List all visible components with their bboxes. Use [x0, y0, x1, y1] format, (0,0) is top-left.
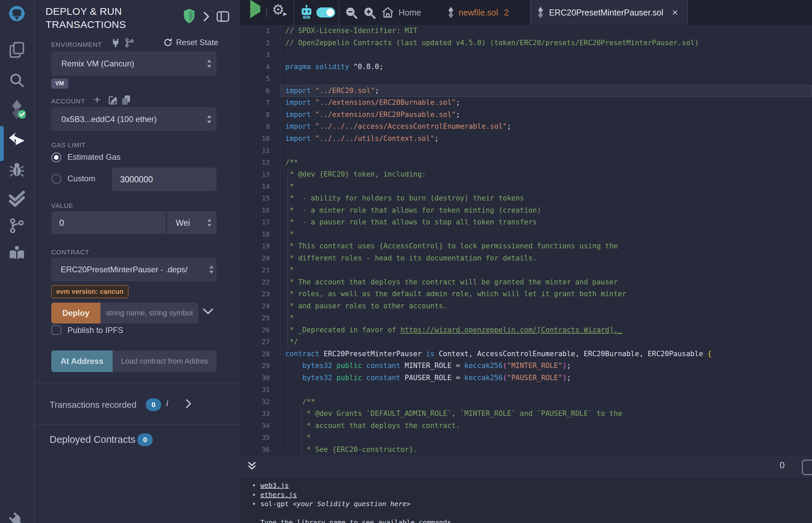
expand-deploy-icon[interactable] — [203, 308, 213, 316]
learneth-icon[interactable] — [7, 243, 26, 262]
code-line: * - ability for holders to burn (destroy… — [285, 193, 711, 204]
environment-value: Remix VM (Cancun) — [51, 59, 207, 68]
line-number: 12 — [240, 157, 270, 169]
terminal-line: •web3.js — [252, 481, 812, 490]
code-line — [285, 49, 711, 61]
updown-icon — [207, 219, 212, 227]
add-account-icon[interactable]: + — [94, 93, 101, 106]
terminal-listen-box[interactable] — [802, 459, 812, 475]
updown-icon — [207, 115, 212, 124]
search-icon[interactable] — [7, 71, 26, 90]
line-number: 26 — [240, 324, 270, 336]
solidity-icon — [447, 7, 455, 18]
custom-gas-input[interactable]: 3000000 — [112, 167, 216, 191]
remix-logo-icon[interactable] — [7, 5, 26, 23]
run-script-icon[interactable] — [250, 6, 260, 12]
terminal-text: sol-gpt — [260, 500, 293, 508]
expand-terminal-icon[interactable] — [248, 461, 256, 472]
plug-icon[interactable] — [111, 38, 120, 49]
zoom-in-icon[interactable] — [363, 6, 376, 21]
divider — [293, 0, 294, 25]
edit-account-icon[interactable] — [108, 95, 118, 107]
code-line: * and pauser roles to other accounts. — [285, 300, 711, 312]
estimated-gas-radio[interactable] — [51, 152, 61, 162]
at-address-button[interactable]: At Address — [51, 350, 113, 372]
debugger-icon[interactable] — [7, 160, 26, 179]
compile-run-script-icon[interactable]: ⚙▶ — [272, 3, 285, 17]
line-number: 7 — [240, 97, 270, 109]
line-number: 20 — [240, 252, 270, 265]
active-plugin-indicator — [0, 126, 4, 161]
zoom-out-icon[interactable] — [345, 6, 358, 21]
line-number: 28 — [240, 348, 270, 360]
code-line: import "../extensions/ERC20Pausable.sol"… — [285, 109, 711, 121]
at-address-input[interactable]: Load contract from Addres — [113, 350, 216, 372]
tab-newfile-label: newfile.sol — [459, 8, 498, 18]
line-number: 21 — [240, 264, 270, 276]
code-editor[interactable]: 1234567891011121314151617181920212223242… — [240, 25, 812, 456]
code-line: /** — [285, 396, 711, 408]
remixai-robot-icon[interactable] — [299, 5, 314, 21]
terminal-line: •sol-gpt <your Solidity question here> — [252, 500, 812, 509]
deploy-and-run-icon[interactable] — [7, 130, 26, 149]
terminal-link[interactable]: ethers.js — [260, 491, 297, 499]
close-tab-icon[interactable]: × — [672, 7, 678, 18]
contract-value: ERC20PresetMinterPauser - .deps/ — [51, 265, 209, 274]
code-line: * @dev Grants `DEFAULT_ADMIN_ROLE`, `MIN… — [285, 408, 711, 420]
reset-state-button[interactable]: Reset State — [163, 38, 218, 47]
git-icon[interactable] — [7, 216, 26, 235]
line-number: 31 — [240, 384, 270, 396]
custom-gas-value: 3000000 — [120, 175, 153, 184]
divider — [34, 424, 240, 425]
value-unit-select[interactable]: Wei — [167, 211, 216, 234]
tab-home[interactable]: Home — [378, 0, 442, 25]
solidity-compiler-icon[interactable] — [7, 100, 26, 119]
home-icon — [382, 6, 394, 19]
vm-badge: VM — [51, 78, 68, 89]
code-line: * _Deprecated in favor of https://wizard… — [285, 324, 711, 336]
code-line: * The account that deploys the contract … — [285, 276, 711, 288]
info-icon[interactable]: i — [166, 398, 169, 409]
line-number: 30 — [240, 372, 270, 384]
code-line: * @dev {ERC20} token, including: — [285, 168, 711, 181]
terminal-link[interactable]: web3.js — [260, 481, 289, 489]
terminal-text: Type the library name to see available c… — [260, 518, 455, 523]
file-explorer-icon[interactable] — [7, 40, 26, 59]
tab-erc20presetminterpauser[interactable]: ERC20PresetMinterPauser.sol × — [531, 0, 688, 25]
unit-testing-icon[interactable] — [7, 190, 26, 208]
code-line: pragma solidity ^0.8.0; — [285, 61, 711, 73]
panel-layout-icon[interactable] — [216, 11, 229, 23]
value-input[interactable]: 0 — [51, 211, 166, 234]
publish-ipfs-checkbox[interactable] — [51, 325, 61, 335]
shield-icon[interactable] — [183, 9, 196, 25]
line-number: 36 — [240, 444, 270, 456]
line-number: 4 — [240, 61, 270, 73]
account-value: 0x5B3...eddC4 (100 ether) — [51, 114, 207, 124]
transactions-expand-icon[interactable] — [186, 399, 192, 410]
deploy-button[interactable]: Deploy — [51, 303, 101, 324]
contract-select[interactable]: ERC20PresetMinterPauser - .deps/ — [51, 257, 216, 282]
code-line: * account that deploys the contract. — [285, 420, 711, 432]
code-line: bytes32 public constant MINTER_ROLE = ke… — [285, 360, 711, 372]
deploy-params-input[interactable]: string name, string symbol — [101, 303, 198, 324]
code-line: * See {ERC20-constructor}. — [285, 444, 711, 456]
account-select[interactable]: 0x5B3...eddC4 (100 ether) — [51, 107, 216, 131]
line-number: 10 — [240, 133, 270, 145]
code-line: import "../ERC20.sol"; — [285, 85, 711, 97]
fork-icon[interactable] — [125, 38, 134, 49]
code-line: * — [285, 432, 711, 444]
environment-select[interactable]: Remix VM (Cancun) — [51, 51, 216, 76]
code-line: /** — [285, 157, 711, 169]
copy-account-icon[interactable] — [121, 95, 131, 107]
custom-gas-radio[interactable] — [51, 174, 61, 184]
line-number: 13 — [240, 168, 270, 181]
divider — [34, 383, 240, 383]
chevron-right-icon[interactable] — [203, 12, 210, 23]
tab-newfile[interactable]: newfile.sol 2 — [442, 0, 529, 25]
plugin-manager-icon[interactable] — [7, 511, 26, 523]
remixai-toggle[interactable] — [316, 7, 335, 18]
terminal-listen-count: 0 — [780, 460, 785, 471]
code-line: // SPDX-License-Identifier: MIT — [285, 25, 711, 37]
code-line: bytes32 public constant PAUSER_ROLE = ke… — [285, 372, 711, 384]
code-line: contract ERC20PresetMinterPauser is Cont… — [285, 348, 711, 360]
